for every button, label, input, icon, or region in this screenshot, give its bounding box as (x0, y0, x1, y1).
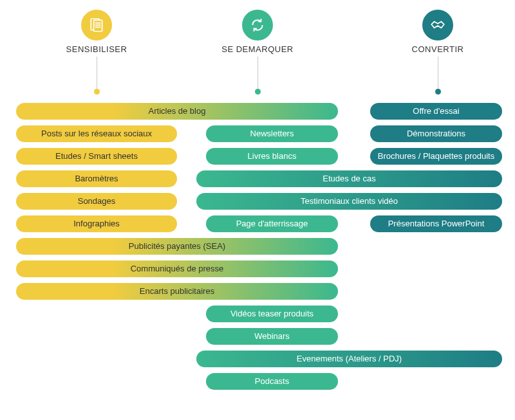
pill-communiques: Communiqués de presse (16, 260, 338, 277)
column-header-convertir: CONVERTIR (399, 10, 476, 54)
pill-articles-de-blog: Articles de blog (16, 103, 338, 120)
documents-icon (81, 10, 112, 41)
diagram-stage: SENSIBILISER SE DEMARQUER CONVERTIR Arti… (0, 0, 515, 420)
refresh-arrows-icon (242, 10, 273, 41)
pill-podcasts: Podcasts (206, 373, 338, 390)
svg-rect-1 (94, 20, 102, 31)
pill-webinars: Webinars (206, 328, 338, 345)
pill-sondages: Sondages (16, 193, 177, 210)
pill-presentations-ppt: Présentations PowerPoint (370, 215, 502, 232)
connector-line (97, 57, 97, 92)
column-label: SENSIBILISER (58, 44, 135, 54)
pill-brochures: Brochures / Plaquettes produits (370, 148, 502, 165)
pill-posts-reseaux: Posts sur les réseaux sociaux (16, 125, 177, 142)
handshake-icon (422, 10, 453, 41)
pill-livres-blancs: Livres blancs (206, 148, 338, 165)
column-header-se-demarquer: SE DEMARQUER (219, 10, 296, 54)
connector-line (438, 57, 438, 92)
column-label: SE DEMARQUER (219, 44, 296, 54)
pill-page-atterrissage: Page d'atterrissage (206, 215, 338, 232)
connector-line (258, 57, 258, 92)
pill-infographies: Infographies (16, 215, 177, 232)
pill-newsletters: Newsletters (206, 125, 338, 142)
pill-etudes-de-cas: Etudes de cas (196, 170, 502, 187)
pill-etudes-smart: Etudes / Smart sheets (16, 148, 177, 165)
column-label: CONVERTIR (399, 44, 476, 54)
pill-demonstrations: Démonstrations (370, 125, 502, 142)
pill-pub-payantes: Publicités payantes (SEA) (16, 238, 338, 255)
pill-evenements: Evenements (Ateliers / PDJ) (196, 351, 502, 367)
pill-testimoniaux: Testimoniaux clients vidéo (196, 193, 502, 210)
pill-offre-essai: Offre d'essai (370, 103, 502, 120)
pill-videos-teaser: Vidéos teaser produits (206, 306, 338, 322)
column-header-sensibiliser: SENSIBILISER (58, 10, 135, 54)
pill-barometres: Baromètres (16, 170, 177, 187)
pill-encarts: Encarts publicitaires (16, 283, 338, 300)
